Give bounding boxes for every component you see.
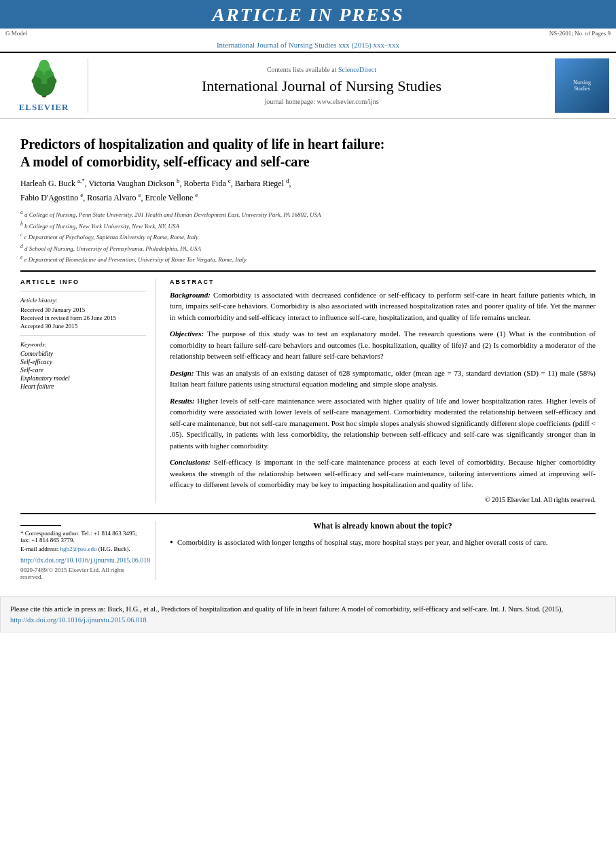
keywords-section: Keywords: Comorbidity Self-efficacy Self… [20, 341, 146, 390]
received-revised-date: Received in revised form 26 June 2015 [20, 315, 146, 321]
results-text: Higher levels of self-care maintenance w… [170, 397, 596, 450]
divider-1 [20, 270, 596, 272]
svg-point-4 [31, 77, 41, 85]
keyword-5: Heart failure [20, 383, 146, 390]
abstract-objectives: Objectives: The purpose of this study wa… [170, 328, 596, 362]
affil-e: e e Department of Biomedicine and Preven… [20, 253, 596, 265]
main-content: Predictors of hospitalization and qualit… [0, 119, 616, 587]
affil-a: a a College of Nursing, Penn State Unive… [20, 209, 596, 220]
issn-line: 0020-7489/© 2015 Elsevier Ltd. All right… [20, 567, 146, 580]
gmodel-line: G Model NS-2601; No. of Pages 9 [0, 29, 616, 38]
journal-homepage: journal homepage: www.elsevier.com/ijns [95, 98, 548, 105]
keyword-3: Self-care [20, 367, 146, 374]
keyword-2: Self-efficacy [20, 359, 146, 365]
journal-info: Contents lists available at ScienceDirec… [95, 58, 548, 113]
objectives-text: The purpose of this study was to test an… [170, 329, 596, 360]
info-divider [20, 291, 146, 291]
svg-point-6 [35, 71, 43, 77]
bullet-icon: • [170, 535, 173, 550]
affil-c: c c Department of Psychology, Sapienza U… [20, 231, 596, 243]
copyright-line: © 2015 Elsevier Ltd. All rights reserved… [170, 496, 596, 503]
bottom-section: * Corresponding author. Tel.: +1 814 863… [20, 513, 596, 580]
affil-d: d d School of Nursing, University of Pen… [20, 243, 596, 254]
design-label: Design: [170, 369, 194, 377]
elsevier-tree-icon [17, 58, 71, 99]
doi-line: http://dx.doi.org/10.1016/j.ijnurstu.201… [20, 556, 146, 564]
abstract-background: Background: Comorbidity is associated wi… [170, 289, 596, 323]
email-link[interactable]: hgb2@psu.edu [60, 545, 96, 552]
footnote-column: * Corresponding author. Tel.: +1 814 863… [20, 521, 156, 580]
abstract-results: Results: Higher levels of self-care main… [170, 395, 596, 452]
affil-b: b b College of Nursing, New York Univers… [20, 220, 596, 232]
svg-point-5 [46, 77, 56, 85]
journal-header: ELSEVIER Contents lists available at Sci… [0, 52, 616, 119]
conclusions-text: Self-efficacy is important in the self-c… [170, 458, 596, 488]
keywords-label: Keywords: [20, 341, 146, 348]
journal-link[interactable]: International Journal of Nursing Studies… [217, 41, 399, 49]
authors-line: Harleah G. Buck a,*, Victoria Vaughan Di… [20, 176, 596, 204]
known-bullet-1: • Comorbidity is associated with longer … [170, 537, 596, 550]
known-topic-column: What is already known about the topic? •… [170, 521, 596, 580]
abstract-heading: ABSTRACT [170, 279, 596, 285]
elsevier-logo: ELSEVIER [7, 58, 88, 113]
abstract-conclusions: Conclusions: Self-efficacy is important … [170, 457, 596, 490]
keyword-1: Comorbidity [20, 351, 146, 357]
results-label: Results: [170, 397, 195, 405]
doi-link[interactable]: http://dx.doi.org/10.1016/j.ijnurstu.201… [20, 556, 150, 564]
objectives-label: Objectives: [170, 329, 204, 338]
keywords-divider [20, 335, 146, 336]
article-info-column: ARTICLE INFO Article history: Received 3… [20, 279, 156, 503]
citation-footer: Please cite this article in press as: Bu… [0, 596, 616, 633]
accepted-date: Accepted 30 June 2015 [20, 323, 146, 329]
article-in-press-banner: ARTICLE IN PRESS [0, 0, 616, 29]
article-body: ARTICLE INFO Article history: Received 3… [20, 279, 596, 503]
conclusions-label: Conclusions: [170, 458, 211, 466]
article-title: Predictors of hospitalization and qualit… [20, 135, 596, 171]
background-label: Background: [170, 291, 211, 299]
journal-thumbnail: NursingStudies [555, 58, 609, 113]
keyword-4: Explanatory model [20, 375, 146, 382]
abstract-design: Design: This was an analysis of an exist… [170, 368, 596, 390]
background-text: Comorbidity is associated with decreased… [170, 291, 596, 321]
design-text: This was an analysis of an existing data… [170, 369, 596, 389]
article-info-heading: ARTICLE INFO [20, 279, 146, 285]
journal-title: International Journal of Nursing Studies [95, 77, 548, 95]
email-line: E-mail address: hgb2@psu.edu (H.G. Buck)… [20, 545, 146, 552]
footnote-divider [20, 525, 61, 526]
svg-point-7 [44, 71, 53, 77]
sciencedirect-link[interactable]: ScienceDirect [338, 66, 376, 73]
footer-doi-link[interactable]: http://dx.doi.org/10.1016/j.ijnurstu.201… [10, 616, 147, 624]
affiliations: a a College of Nursing, Penn State Unive… [20, 209, 596, 265]
known-topic-title: What is already known about the topic? [170, 521, 596, 531]
sciencedirect-label: Contents lists available at ScienceDirec… [95, 66, 548, 73]
abstract-column: ABSTRACT Background: Comorbidity is asso… [170, 279, 596, 503]
journal-link-bar: International Journal of Nursing Studies… [0, 38, 616, 52]
received-date: Received 30 January 2015 [20, 306, 146, 313]
corresponding-author: * Corresponding author. Tel.: +1 814 863… [20, 530, 146, 543]
history-label: Article history: [20, 297, 146, 304]
bottom-two-col: * Corresponding author. Tel.: +1 814 863… [20, 521, 596, 580]
elsevier-brand-text: ELSEVIER [19, 102, 69, 113]
